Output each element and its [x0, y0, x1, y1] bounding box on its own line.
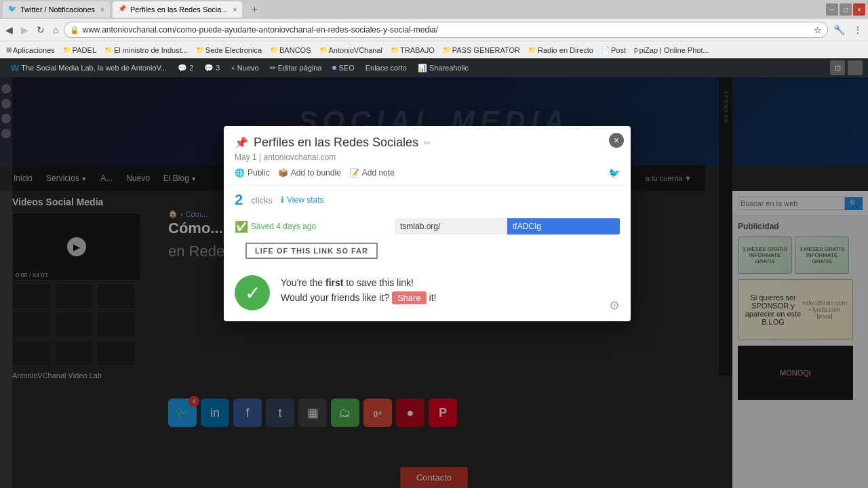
modal-body: ✓ You're the first to save this link! Wo… — [224, 264, 631, 321]
wp-comments-count[interactable]: 💬 2 — [172, 58, 199, 77]
lock-icon: 🔒 — [70, 26, 79, 35]
tab-twitter-label: Twitter / Notificaciones — [20, 5, 95, 14]
modal-twitter-icon[interactable]: 🐦 — [608, 167, 620, 178]
wp-editar[interactable]: ✏ Editar página — [264, 58, 328, 77]
wp-icon2[interactable] — [848, 60, 863, 75]
wp-right-icons: ⊡ — [830, 60, 863, 75]
url-input-group — [395, 218, 620, 235]
modal-actions: 🌐 Public 📦 Add to bundle 📝 Add note 🐦 — [224, 167, 631, 186]
modal-public-button[interactable]: 🌐 Public — [235, 168, 270, 178]
bookmark-radio[interactable]: 📁 Radio en Directo — [525, 45, 597, 56]
modal-gear-icon[interactable]: ⚙ — [609, 298, 620, 313]
star-icon[interactable]: ☆ — [814, 25, 822, 35]
minimize-button[interactable]: ─ — [826, 3, 838, 16]
bookmark-ministro[interactable]: 📁 El ministro de Indust... — [101, 45, 191, 56]
modal-title: Perfiles en las Redes Sociales — [254, 136, 418, 150]
clicks-count: 2 — [235, 191, 243, 209]
page-background: SOCIAL MEDIA Inicio Servicios A... Nuevo… — [0, 77, 868, 488]
modal-edit-icon[interactable]: ✏ — [424, 138, 431, 148]
bookmarks-bar: ⊞ Aplicaciones 📁 PADEL 📁 El ministro de … — [0, 41, 868, 58]
modal-dialog: 📌 Perfiles en las Redes Sociales ✏ May 1… — [224, 126, 631, 321]
bookmark-aplicaciones[interactable]: ⊞ Aplicaciones — [3, 45, 58, 56]
saved-badge: ✅ Saved 4 days ago — [235, 220, 316, 233]
browser-chrome: 🐦 Twitter / Notificaciones × 📌 Perfiles … — [0, 0, 868, 77]
modal-note-button[interactable]: 📝 Add note — [349, 168, 395, 178]
bookmark-antonio[interactable]: 📁 AntonioVChanal — [316, 45, 387, 56]
modal-header: 📌 Perfiles en las Redes Sociales ✏ May 1… — [224, 126, 631, 162]
nav-bar: ◀ ▶ ↻ ⌂ 🔒 ☆ 🔧 ⋮ — [0, 19, 868, 41]
clicks-label: clicks — [251, 195, 273, 205]
tab-twitter-close[interactable]: × — [100, 6, 104, 14]
bookmark-bancos[interactable]: 📁 BANCOS — [267, 45, 314, 56]
reload-button[interactable]: ↻ — [34, 23, 47, 37]
note-icon: 📝 — [349, 168, 359, 178]
tab-perfiles-close[interactable]: × — [233, 6, 237, 14]
wp-posts-count[interactable]: 💬 3 — [199, 58, 225, 77]
bookmark-padel[interactable]: 📁 PADEL — [60, 45, 100, 56]
modal-section-label-wrap: LIFE OF THIS LINK SO FAR — [224, 243, 631, 264]
tab-perfiles[interactable]: 📌 Perfiles en las Redes Socia... × — [113, 1, 243, 18]
window-controls: ─ □ × — [826, 3, 865, 16]
tab-twitter[interactable]: 🐦 Twitter / Notificaciones × — [3, 1, 110, 18]
info-icon: ℹ — [281, 195, 284, 205]
wp-nuevo[interactable]: + Nuevo — [225, 58, 264, 77]
modal-close-button[interactable]: × — [609, 133, 624, 148]
wp-shareaholic[interactable]: 📊 Shareaholic — [412, 58, 474, 77]
wp-admin-bar: W The Social Media Lab, la web de Antoni… — [0, 58, 868, 77]
settings-button[interactable]: ⋮ — [850, 23, 865, 37]
address-input[interactable] — [82, 25, 811, 35]
share-inline-button[interactable]: Share — [392, 291, 427, 304]
twitter-favicon: 🐦 — [8, 5, 18, 14]
modal-stats-row: 2 clicks ℹ View stats — [224, 186, 631, 214]
new-tab-button[interactable]: + — [245, 1, 264, 18]
view-stats-button[interactable]: ℹ View stats — [281, 195, 323, 205]
bookmark-trabajo[interactable]: 📁 TRABAJO — [387, 45, 438, 56]
bookmark-pass[interactable]: 📁 PASS GENERATOR — [439, 45, 524, 56]
bundle-icon: 📦 — [278, 168, 288, 178]
modal-title-row: 📌 Perfiles en las Redes Sociales ✏ — [235, 136, 620, 150]
bookmark-post[interactable]: 📄 Post — [598, 45, 629, 56]
extensions-button[interactable]: 🔧 — [831, 23, 848, 37]
wp-seo[interactable]: SEO — [327, 58, 359, 77]
forward-button[interactable]: ▶ — [18, 23, 31, 37]
wp-icon1[interactable]: ⊡ — [830, 60, 845, 75]
home-button[interactable]: ⌂ — [50, 23, 61, 37]
wp-site-name[interactable]: W The Social Media Lab, la web de Antoni… — [5, 58, 172, 77]
address-bar-wrap: 🔒 ☆ — [64, 22, 828, 38]
modal-bundle-button[interactable]: 📦 Add to bundle — [278, 168, 341, 178]
url-highlight-input[interactable] — [507, 218, 620, 235]
green-check-circle: ✓ — [235, 275, 270, 310]
wp-enlace[interactable]: Enlace corto — [360, 58, 412, 77]
modal-pin-icon: 📌 — [235, 136, 248, 149]
url-static-input[interactable] — [395, 218, 507, 235]
perfiles-favicon: 📌 — [118, 5, 127, 14]
bookmark-pizap[interactable]: p piZap | Online Phot... — [631, 45, 713, 56]
maximize-button[interactable]: □ — [840, 3, 852, 16]
globe-icon: 🌐 — [235, 168, 245, 178]
first-save-text: You're the first to save this link! Woul… — [281, 275, 436, 306]
first-save-row: ✓ You're the first to save this link! Wo… — [235, 275, 620, 310]
modal-meta: May 1 | antoniovchanal.com — [235, 152, 620, 162]
title-bar: 🐦 Twitter / Notificaciones × 📌 Perfiles … — [0, 0, 868, 19]
check-icon: ✅ — [235, 220, 248, 233]
back-button[interactable]: ◀ — [3, 23, 16, 37]
tab-perfiles-label: Perfiles en las Redes Socia... — [130, 5, 228, 14]
close-window-button[interactable]: × — [853, 3, 865, 16]
bookmark-sede[interactable]: 📁 Sede Electronica — [193, 45, 265, 56]
modal-url-row: ✅ Saved 4 days ago — [224, 214, 631, 243]
modal-section-label: LIFE OF THIS LINK SO FAR — [245, 243, 378, 259]
